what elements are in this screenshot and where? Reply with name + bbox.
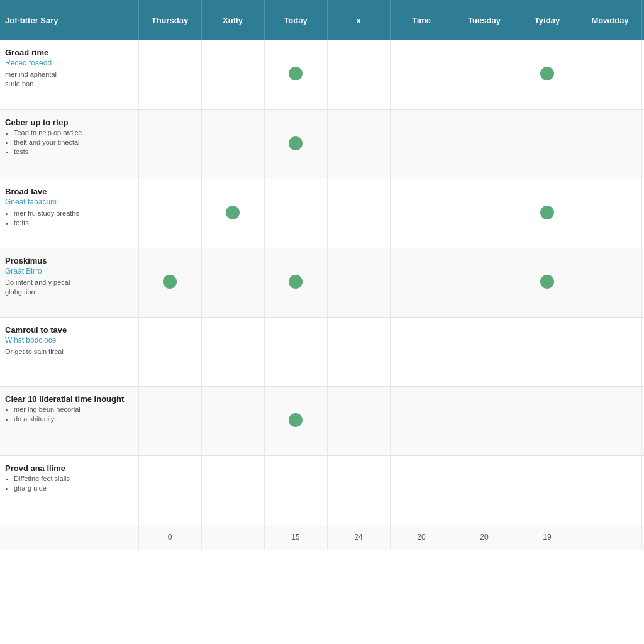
dot-cell	[327, 248, 390, 317]
dot-cell	[579, 386, 641, 455]
table-row: Groad rimeReced foseddmer ind aphental s…	[0, 40, 644, 109]
dot-cell	[453, 317, 516, 386]
dot-indicator	[289, 275, 303, 289]
dot-cell	[516, 317, 579, 386]
dot-cell	[641, 248, 644, 317]
row-title: Proskimus	[5, 256, 133, 265]
dot-cell	[390, 40, 453, 109]
dot-cell	[327, 317, 390, 386]
footer-cell	[579, 525, 641, 550]
row-detail: mer fru study breathste:Its	[5, 209, 133, 228]
dot-cell	[641, 386, 644, 455]
dot-cell	[453, 455, 516, 525]
dot-indicator	[289, 136, 303, 150]
header-col-tyiday: Tyiday	[516, 0, 579, 40]
row-title: Camroul to tave	[5, 325, 133, 335]
row-title: Broad lave	[5, 187, 133, 196]
dot-indicator	[540, 275, 554, 289]
footer-cell: 19	[516, 525, 579, 550]
dot-cell	[138, 455, 201, 525]
table-row: Broad laveGneat fabacummer fru study bre…	[0, 179, 644, 248]
row-detail: mer ind aphental surid bon	[5, 70, 133, 89]
row-subtitle: Wihst bodcloce	[5, 336, 133, 345]
table-row: Provd ana llimeDiffeting feet siailsghar…	[0, 455, 644, 525]
dot-cell	[641, 179, 644, 248]
dot-cell	[327, 109, 390, 179]
dot-cell	[390, 455, 453, 525]
dot-cell	[453, 386, 516, 455]
footer-cell: 20	[390, 525, 453, 550]
dot-cell	[641, 109, 644, 179]
dot-cell	[641, 455, 644, 525]
dot-cell	[453, 179, 516, 248]
dot-cell	[453, 248, 516, 317]
dot-cell	[138, 109, 201, 179]
dot-cell	[264, 317, 327, 386]
dot-cell	[327, 179, 390, 248]
row-label-cell: Broad laveGneat fabacummer fru study bre…	[0, 179, 138, 248]
header-col-today: Today	[264, 0, 327, 40]
main-table-container: Jof-btter Sary Thursday Xufly Today x Ti…	[0, 0, 644, 550]
footer-cell	[201, 525, 264, 550]
dot-cell	[138, 248, 201, 317]
dot-cell	[264, 386, 327, 455]
dot-indicator	[163, 275, 177, 289]
row-detail: Do intent and y pecal glohg tion	[5, 278, 133, 297]
row-label-cell: Groad rimeReced foseddmer ind aphental s…	[0, 40, 138, 109]
dot-cell	[390, 317, 453, 386]
dot-cell	[201, 179, 264, 248]
dot-indicator	[226, 206, 240, 219]
dot-cell	[516, 40, 579, 109]
header-row: Jof-btter Sary Thursday Xufly Today x Ti…	[0, 0, 644, 40]
table-body: Groad rimeReced foseddmer ind aphental s…	[0, 40, 644, 550]
row-subtitle: Gneat fabacum	[5, 197, 133, 206]
dot-cell	[453, 40, 516, 109]
dot-cell	[579, 317, 641, 386]
table-row: Clear 10 lideratial time inoughtmer ing …	[0, 386, 644, 455]
dot-indicator	[540, 67, 554, 80]
dot-cell	[201, 40, 264, 109]
dot-cell	[327, 455, 390, 525]
row-subtitle: Reced fosedd	[5, 58, 133, 67]
header-col-mowdday: Mowdday	[579, 0, 641, 40]
row-label-cell: ProskimusGraat BirroDo intent and y peca…	[0, 248, 138, 317]
dot-cell	[201, 248, 264, 317]
dot-cell	[390, 179, 453, 248]
row-label-cell: Clear 10 lideratial time inoughtmer ing …	[0, 386, 138, 455]
dot-cell	[327, 40, 390, 109]
header-col-fail: Fail	[641, 0, 644, 40]
header-col-xufly: Xufly	[201, 0, 264, 40]
dot-cell	[579, 40, 641, 109]
dot-cell	[264, 40, 327, 109]
dot-cell	[138, 317, 201, 386]
row-detail: Tead to nelp op ordicethelt and your tin…	[5, 128, 133, 157]
dot-indicator	[289, 67, 303, 80]
dot-cell	[327, 386, 390, 455]
row-detail: mer ing beun necorialdo a.shitunily	[5, 405, 133, 425]
table-row: ProskimusGraat BirroDo intent and y peca…	[0, 248, 644, 317]
dot-cell	[516, 248, 579, 317]
row-detail: Or get to sain flreal	[5, 347, 133, 357]
dot-cell	[264, 248, 327, 317]
dot-cell	[264, 455, 327, 525]
header-col-x: x	[327, 0, 390, 40]
table-row: Camroul to taveWihst bodcloceOr get to s…	[0, 317, 644, 386]
row-title: Ceber up to rtep	[5, 118, 133, 127]
footer-cell: 1.56	[641, 525, 644, 550]
footer-cell: 0	[138, 525, 201, 550]
dot-indicator	[289, 413, 303, 427]
footer-cell	[0, 525, 138, 550]
dot-cell	[516, 109, 579, 179]
dot-cell	[579, 248, 641, 317]
dot-cell	[390, 386, 453, 455]
row-detail: Diffeting feet siailsgharg uide	[5, 474, 133, 494]
dot-cell	[201, 455, 264, 525]
dot-cell	[516, 179, 579, 248]
dot-cell	[579, 179, 641, 248]
row-label-cell: Ceber up to rtepTead to nelp op ordiceth…	[0, 109, 138, 179]
dot-cell	[390, 248, 453, 317]
row-label-cell: Camroul to taveWihst bodcloceOr get to s…	[0, 317, 138, 386]
schedule-table: Jof-btter Sary Thursday Xufly Today x Ti…	[0, 0, 644, 550]
dot-cell	[201, 317, 264, 386]
dot-cell	[579, 455, 641, 525]
